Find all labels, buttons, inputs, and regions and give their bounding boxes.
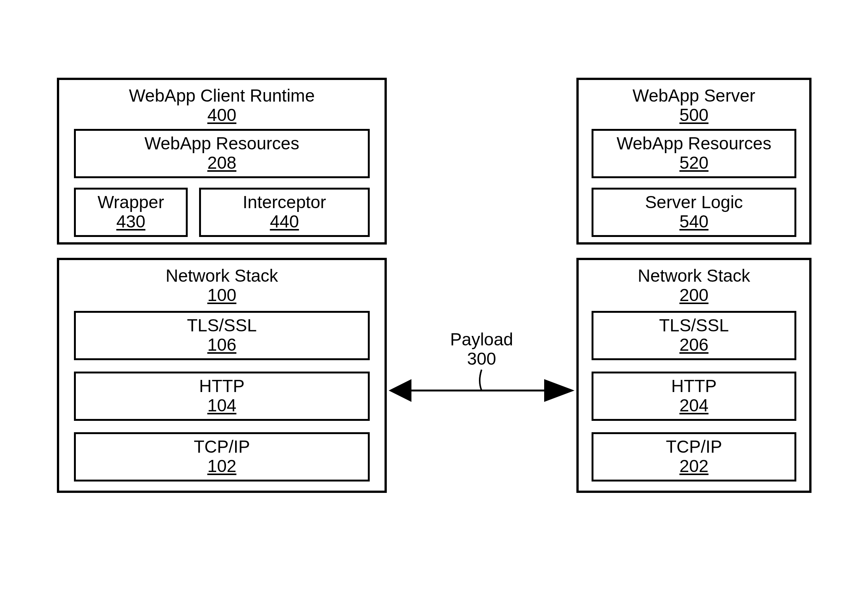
client-tcp-num: 102	[207, 456, 237, 476]
server-tcp-title: TCP/IP	[666, 437, 722, 456]
server-resources-title: WebApp Resources	[617, 133, 771, 153]
payload-label: Payload 300	[440, 330, 523, 368]
wrapper-num: 430	[116, 212, 146, 231]
payload-callout-icon	[466, 370, 497, 392]
interceptor-box: Interceptor 440	[199, 188, 370, 237]
client-runtime-title: WebApp Client Runtime	[129, 86, 315, 105]
server-http-title: HTTP	[671, 376, 717, 396]
server-http-box: HTTP 204	[592, 372, 796, 421]
client-tcp-box: TCP/IP 102	[74, 432, 370, 482]
client-http-title: HTTP	[199, 376, 245, 396]
client-tls-num: 106	[207, 335, 237, 354]
server-resources-num: 520	[680, 153, 709, 173]
interceptor-num: 440	[270, 212, 299, 231]
server-top-num: 500	[680, 105, 709, 125]
client-tcp-title: TCP/IP	[194, 437, 250, 456]
payload-title: Payload	[450, 329, 513, 349]
server-logic-num: 540	[680, 212, 709, 231]
client-resources-box: WebApp Resources 208	[74, 129, 370, 178]
payload-num: 300	[467, 349, 496, 369]
server-tls-box: TLS/SSL 206	[592, 311, 796, 360]
interceptor-title: Interceptor	[243, 192, 326, 212]
server-resources-box: WebApp Resources 520	[592, 129, 796, 178]
client-http-num: 104	[207, 395, 237, 415]
wrapper-box: Wrapper 430	[74, 188, 188, 237]
server-stack-title: Network Stack	[638, 266, 750, 285]
server-http-num: 204	[680, 395, 709, 415]
server-logic-box: Server Logic 540	[592, 188, 796, 237]
client-tls-title: TLS/SSL	[187, 315, 257, 335]
server-top-title: WebApp Server	[633, 86, 755, 105]
client-stack-num: 100	[207, 285, 237, 305]
client-resources-num: 208	[207, 153, 237, 173]
client-http-box: HTTP 104	[74, 372, 370, 421]
client-resources-title: WebApp Resources	[144, 133, 299, 153]
client-runtime-num: 400	[207, 105, 237, 125]
client-stack-title: Network Stack	[166, 266, 278, 285]
wrapper-title: Wrapper	[97, 192, 164, 212]
server-tcp-box: TCP/IP 202	[592, 432, 796, 482]
client-tls-box: TLS/SSL 106	[74, 311, 370, 360]
server-tls-num: 206	[680, 335, 709, 354]
server-stack-num: 200	[680, 285, 709, 305]
server-tls-title: TLS/SSL	[659, 315, 729, 335]
server-logic-title: Server Logic	[645, 192, 743, 212]
server-tcp-num: 202	[680, 456, 709, 476]
